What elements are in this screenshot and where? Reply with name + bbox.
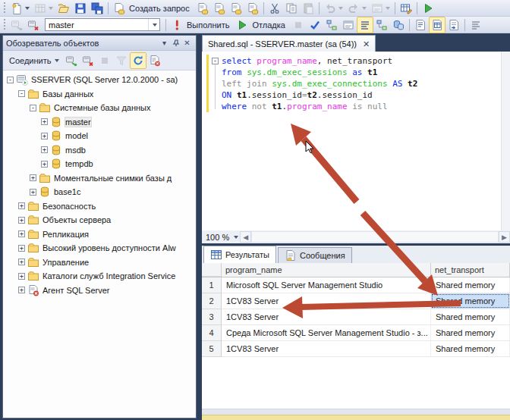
start-button[interactable] (420, 0, 436, 17)
sql-editor[interactable]: - select program_name, net_transportfrom… (202, 52, 510, 230)
tree-item-db-tempdb[interactable]: +tempdb (3, 157, 196, 171)
tree-item-database-snapshots[interactable]: +Моментальные снимки базы д (3, 171, 196, 186)
chevron-down-icon[interactable] (49, 7, 53, 10)
change-connection-button[interactable] (25, 17, 42, 33)
expand-toggle-icon[interactable]: + (18, 202, 25, 209)
expand-toggle-icon[interactable]: + (41, 146, 48, 153)
connect-database-button[interactable] (8, 17, 25, 33)
stop-button[interactable] (96, 52, 113, 69)
chevron-down-icon[interactable] (386, 7, 390, 10)
tree-item-databases[interactable]: -Базы данных (3, 87, 196, 102)
row-number[interactable]: 4 (202, 325, 222, 341)
sqlcmd-mode-button[interactable] (357, 17, 373, 33)
expand-toggle-icon[interactable]: + (41, 133, 48, 139)
paste-button[interactable] (300, 0, 316, 17)
collapse-toggle-icon[interactable]: - (18, 90, 25, 97)
tree-item-server-objects[interactable]: +Объекты сервера (3, 213, 196, 227)
mdx-query-button[interactable] (211, 0, 228, 17)
expand-toggle-icon[interactable]: + (18, 217, 25, 224)
cell-program-name[interactable]: 1CV83 Server (222, 309, 431, 324)
redo-button[interactable] (345, 0, 369, 17)
results-tab-messages[interactable]: Сообщения (278, 247, 352, 263)
filter-button[interactable] (113, 52, 130, 69)
tree-item-db-msdb[interactable]: +msdb (3, 143, 196, 158)
refresh-button[interactable] (130, 52, 146, 69)
expand-toggle-icon[interactable]: + (30, 174, 36, 181)
tree-item-db-model[interactable]: +model (3, 129, 196, 143)
tree-item-system-databases[interactable]: -Системные базы данных (3, 101, 196, 115)
sql-code[interactable]: select program_name, net_transportfrom s… (222, 55, 499, 112)
cell-net-transport[interactable]: Shared memory (431, 341, 510, 356)
save-button[interactable] (72, 0, 89, 17)
results-to-text-button[interactable] (412, 17, 429, 33)
expand-toggle-icon[interactable]: + (18, 245, 25, 252)
open-file-button[interactable] (55, 0, 72, 17)
cut-button[interactable] (266, 0, 283, 17)
dmx-query-button[interactable] (228, 0, 244, 17)
add-item-button[interactable] (32, 0, 55, 17)
toolbar-grip[interactable] (3, 2, 7, 14)
results-to-file-button[interactable] (445, 17, 462, 33)
cell-net-transport[interactable]: Shared memory (431, 309, 510, 324)
chevron-down-icon[interactable] (25, 7, 30, 10)
window-position-chevron-icon[interactable]: ▾ (159, 37, 170, 49)
expand-toggle-icon[interactable]: + (18, 287, 25, 293)
close-icon[interactable]: ✕ (181, 37, 193, 49)
code-fold-toggle[interactable]: - (212, 58, 219, 64)
new-query-template-button[interactable] (8, 0, 32, 17)
stop-query-button[interactable] (290, 17, 307, 33)
parse-button[interactable] (307, 17, 323, 33)
database-engine-query-button[interactable] (194, 0, 211, 17)
chevron-down-icon[interactable] (148, 19, 159, 30)
expand-toggle-icon[interactable]: + (30, 189, 36, 196)
results-tab-results[interactable]: Результаты (203, 246, 276, 263)
hscroll-right-button[interactable]: ▶ (499, 231, 510, 243)
expand-toggle-icon[interactable]: + (18, 273, 25, 280)
tab-close-icon[interactable]: ✕ (363, 39, 370, 49)
available-databases-combo[interactable]: master (45, 18, 160, 31)
execute-button[interactable]: Выполнить (168, 17, 234, 33)
display-estimated-plan-button[interactable] (323, 17, 340, 33)
include-actual-plan-button[interactable] (373, 17, 390, 33)
connect-button[interactable]: Соединить (6, 53, 62, 68)
code-line-1[interactable]: select program_name, net_transport (222, 55, 499, 67)
tree-item-security[interactable]: +Безопасность (3, 199, 196, 214)
activity-monitor-button[interactable] (398, 0, 414, 17)
debug-button[interactable]: Отладка (234, 17, 289, 33)
navigate-button[interactable] (369, 0, 392, 17)
include-client-statistics-button[interactable] (390, 17, 407, 33)
undo-button[interactable] (322, 0, 345, 17)
tree-item-replication[interactable]: +Репликация (3, 227, 196, 242)
tree-item-server-sserver[interactable]: -SSERVER (SQL Server 12.0.2000 - sa) (3, 73, 196, 87)
tree-item-integration-services-catalogs[interactable]: +Каталоги служб Integration Service (3, 269, 196, 284)
grid-corner-cell[interactable] (202, 263, 222, 277)
tree-item-sql-server-agent[interactable]: +Агент SQL Server (3, 284, 196, 298)
document-tab[interactable]: Shared.sql - SSERVER.master (sa (54)) ✕ (202, 35, 376, 52)
cell-program-name[interactable]: 1CV83 Server (222, 341, 431, 356)
expand-toggle-icon[interactable]: + (18, 230, 25, 237)
results-to-grid-button[interactable] (429, 17, 445, 33)
tree-item-alwayson-high-availability[interactable]: +Высокий уровень доступности Alw (3, 241, 196, 255)
cell-program-name[interactable]: Среда Microsoft SQL Server Management St… (222, 325, 431, 340)
script-button[interactable] (146, 52, 163, 69)
code-line-3[interactable]: left join sys.dm_exec_connections AS t2 (222, 78, 499, 89)
column-header-program-name[interactable]: program_name (222, 263, 431, 277)
query-options-button[interactable] (340, 17, 357, 33)
chevron-down-icon[interactable] (362, 7, 367, 10)
copy-button[interactable] (283, 0, 300, 17)
comment-out-button[interactable] (468, 17, 484, 33)
expand-toggle-icon[interactable]: + (41, 161, 48, 168)
column-header-net-transport[interactable]: net_transport (431, 263, 510, 277)
tree-item-db-master[interactable]: +master (3, 115, 196, 130)
disconnect-button[interactable] (80, 52, 96, 69)
zoom-level-combo[interactable]: 100 % (202, 231, 240, 243)
chevron-down-icon[interactable] (338, 7, 343, 10)
results-grid[interactable]: program_namenet_transport1Microsoft SQL … (202, 263, 510, 409)
tree-item-db-base1c[interactable]: +base1c (3, 185, 196, 199)
row-number[interactable]: 3 (202, 309, 222, 325)
cell-program-name[interactable]: 1CV83 Server (222, 293, 431, 309)
row-number[interactable]: 1 (202, 277, 222, 293)
expand-toggle-icon[interactable]: + (18, 259, 25, 265)
new-query-button[interactable]: Создать запрос (111, 0, 194, 17)
collapse-toggle-icon[interactable]: - (7, 77, 14, 83)
